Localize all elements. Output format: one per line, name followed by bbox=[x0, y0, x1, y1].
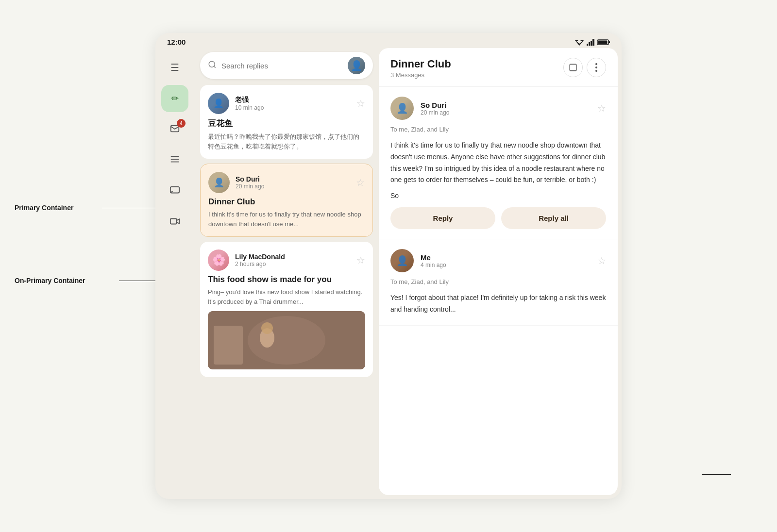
email-list: 👤 👤 老强 10 min ago bbox=[194, 48, 379, 499]
message-item-1: 👤 So Duri 20 min ago ☆ To me, Ziad, and … bbox=[379, 87, 618, 239]
star-button-1[interactable]: ☆ bbox=[356, 98, 365, 109]
avatar-soduri-list: 👤 bbox=[208, 172, 230, 193]
menu-icon: ☰ bbox=[170, 62, 179, 73]
star-button-2[interactable]: ☆ bbox=[356, 177, 365, 188]
reply-all-button[interactable]: Reply all bbox=[501, 207, 606, 229]
reply-button[interactable]: Reply bbox=[390, 207, 495, 229]
email-cards-list: 👤 老强 10 min ago ☆ 豆花鱼 最近忙吗？昨晚我去了你最爱的那家饭馆… bbox=[194, 85, 379, 499]
detail-pane: Dinner Club 3 Messages bbox=[379, 48, 618, 495]
email-time-2: 20 min ago bbox=[236, 183, 350, 190]
avatar-laoqiang: 👤 bbox=[208, 93, 229, 114]
svg-point-27 bbox=[595, 70, 597, 72]
user-avatar: 👤 bbox=[348, 57, 365, 74]
video-icon bbox=[169, 216, 180, 230]
on-primary-container-label: On-Primary Container bbox=[15, 277, 85, 284]
detail-message-count: 3 Messages bbox=[390, 71, 451, 79]
email-time-3: 2 hours ago bbox=[235, 261, 351, 267]
detail-body: 👤 So Duri 20 min ago ☆ To me, Ziad, and … bbox=[379, 87, 618, 495]
email-meta-3: Lily MacDonald 2 hours ago bbox=[235, 253, 351, 267]
chat-icon bbox=[169, 185, 180, 199]
email-subject-2: Dinner Club bbox=[208, 197, 365, 207]
status-icons bbox=[575, 39, 610, 46]
svg-point-19 bbox=[248, 316, 325, 365]
avatar-soduri-detail: 👤 bbox=[390, 97, 414, 120]
detail-header: Dinner Club 3 Messages bbox=[379, 48, 618, 87]
message-sender-name-1: So Duri bbox=[421, 101, 591, 109]
star-message-2[interactable]: ☆ bbox=[597, 255, 606, 266]
sender-name-3: Lily MacDonald bbox=[235, 253, 351, 261]
message-body-1: I think it's time for us to finally try … bbox=[390, 140, 606, 186]
message-item-2: 👤 Me 4 min ago ☆ To me, Ziad, and Lily Y… bbox=[379, 239, 618, 326]
email-subject-3: This food show is made for you bbox=[208, 275, 365, 284]
email-meta-1: 老强 10 min ago bbox=[235, 96, 351, 111]
email-card-3[interactable]: 🌸 Lily MacDonald 2 hours ago ☆ This food… bbox=[200, 242, 373, 377]
svg-rect-4 bbox=[589, 42, 590, 46]
battery-icon bbox=[597, 39, 610, 46]
message-sign-1: So bbox=[390, 192, 606, 200]
compose-icon: ✏ bbox=[171, 93, 179, 104]
expand-button[interactable] bbox=[563, 58, 583, 77]
email-card-1[interactable]: 👤 老强 10 min ago ☆ 豆花鱼 最近忙吗？昨晚我去了你最爱的那家饭馆… bbox=[200, 85, 373, 159]
svg-rect-9 bbox=[598, 40, 608, 44]
email-time-1: 10 min ago bbox=[235, 104, 351, 111]
search-bar: 👤 bbox=[200, 52, 373, 79]
message-time-1: 20 min ago bbox=[421, 109, 591, 116]
star-button-3[interactable]: ☆ bbox=[356, 254, 365, 266]
more-options-button[interactable] bbox=[587, 58, 606, 77]
message-to-2: To me, Ziad, and Lily bbox=[390, 278, 606, 285]
email-card-2[interactable]: 👤 So Duri 20 min ago ☆ Dinner Club I thi… bbox=[200, 164, 373, 237]
phone-frame: 12:00 ☰ bbox=[155, 33, 622, 499]
message-to-1: To me, Ziad, and Lily bbox=[390, 126, 606, 133]
avatar-lily: 🌸 bbox=[208, 249, 229, 271]
message-sender-name-2: Me bbox=[421, 253, 591, 262]
message-body-2: Yes! I forgot about that place! I'm defi… bbox=[390, 292, 606, 316]
email-meta-2: So Duri 20 min ago bbox=[236, 175, 350, 190]
sidebar: ☰ ✏ 4 bbox=[155, 48, 194, 499]
sidebar-list-button[interactable] bbox=[161, 147, 188, 174]
svg-rect-5 bbox=[591, 41, 592, 46]
svg-rect-15 bbox=[170, 219, 177, 224]
detail-actions bbox=[563, 58, 606, 77]
search-input[interactable] bbox=[221, 62, 343, 70]
svg-point-25 bbox=[595, 63, 597, 65]
email-preview-1: 最近忙吗？昨晚我去了你最爱的那家饭馆，点了他们的特色豆花鱼，吃着吃着就想你了。 bbox=[208, 132, 365, 151]
sidebar-notifications-button[interactable]: 4 bbox=[161, 116, 188, 143]
sidebar-chat-button[interactable] bbox=[161, 178, 188, 205]
sender-name-2: So Duri bbox=[236, 175, 350, 183]
detail-title: Dinner Club bbox=[390, 58, 451, 70]
reply-actions: Reply Reply all bbox=[390, 207, 606, 229]
svg-rect-20 bbox=[214, 326, 243, 365]
message-sender-1: So Duri 20 min ago bbox=[421, 101, 591, 116]
email-image-3 bbox=[208, 311, 365, 369]
message-time-2: 4 min ago bbox=[421, 262, 591, 268]
email-subject-1: 豆花鱼 bbox=[208, 118, 365, 129]
svg-point-16 bbox=[209, 61, 215, 67]
svg-rect-8 bbox=[609, 41, 610, 43]
signal-icon bbox=[587, 39, 594, 46]
svg-rect-24 bbox=[570, 64, 576, 71]
avatar-me: 👤 bbox=[390, 249, 414, 272]
email-preview-2: I think it's time for us to finally try … bbox=[208, 210, 365, 229]
status-time: 12:00 bbox=[167, 38, 186, 46]
sidebar-menu-button[interactable]: ☰ bbox=[161, 54, 188, 81]
svg-line-17 bbox=[214, 66, 215, 67]
list-icon bbox=[169, 154, 180, 167]
svg-rect-6 bbox=[592, 39, 594, 46]
sidebar-video-button[interactable] bbox=[161, 209, 188, 236]
message-sender-2: Me 4 min ago bbox=[421, 253, 591, 268]
sender-name-1: 老强 bbox=[235, 96, 351, 104]
notification-badge: 4 bbox=[177, 119, 186, 128]
search-icon bbox=[208, 60, 217, 71]
star-message-1[interactable]: ☆ bbox=[597, 102, 606, 114]
email-preview-3: Ping– you'd love this new food show I st… bbox=[208, 287, 365, 306]
svg-point-26 bbox=[595, 66, 597, 68]
svg-point-23 bbox=[261, 322, 273, 334]
status-bar: 12:00 bbox=[155, 33, 622, 48]
sidebar-compose-button[interactable]: ✏ bbox=[161, 85, 188, 112]
svg-rect-3 bbox=[587, 44, 588, 46]
primary-container-label: Primary Container bbox=[15, 204, 73, 212]
wifi-icon bbox=[575, 39, 584, 46]
